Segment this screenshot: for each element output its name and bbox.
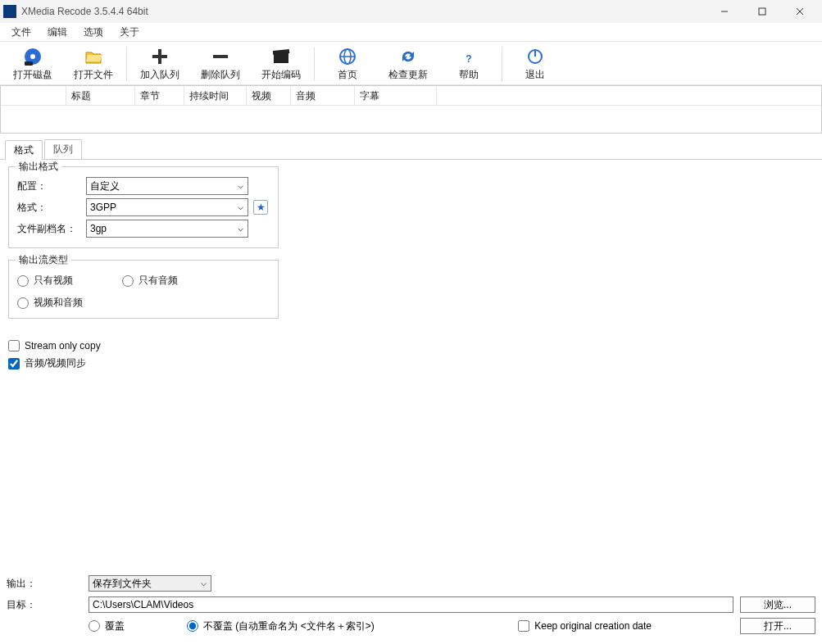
window-title: XMedia Recode 3.5.4.4 64bit <box>21 6 148 17</box>
radio-no-overwrite[interactable]: 不覆盖 (自动重命名为 <文件名＋索引>) <box>187 619 375 633</box>
check-av-sync[interactable]: 音频/视频同步 <box>8 356 814 370</box>
plus-icon <box>150 47 170 66</box>
disc-icon <box>23 47 43 66</box>
media-table: 标题 章节 持续时间 视频 音频 字幕 <box>0 85 822 134</box>
table-header: 标题 章节 持续时间 视频 音频 字幕 <box>1 86 821 106</box>
toolbar-help[interactable]: ? 帮助 <box>439 43 498 84</box>
clapper-icon <box>271 47 291 66</box>
globe-icon <box>338 47 357 66</box>
svg-rect-6 <box>25 61 33 66</box>
col-duration[interactable]: 持续时间 <box>184 86 247 106</box>
title-bar: XMedia Recode 3.5.4.4 64bit <box>0 0 822 23</box>
target-path-input[interactable] <box>89 596 733 613</box>
toolbar-start-encode-label: 开始编码 <box>261 68 301 82</box>
group-output-format-label: 输出格式 <box>16 160 61 174</box>
toolbar-help-label: 帮助 <box>459 68 479 82</box>
menu-options[interactable]: 选项 <box>77 24 110 41</box>
toolbar-exit-label: 退出 <box>525 68 545 82</box>
menu-edit[interactable]: 编辑 <box>41 24 74 41</box>
radio-video-and-audio[interactable]: 视频和音频 <box>17 296 270 310</box>
col-video[interactable]: 视频 <box>247 86 291 106</box>
power-icon <box>525 47 545 66</box>
toolbar-add-queue[interactable]: 加入队列 <box>130 43 189 84</box>
refresh-icon <box>398 47 418 66</box>
col-subtitle[interactable]: 字幕 <box>355 86 437 106</box>
bottom-panel: 输出： 保存到文件夹 目标： 浏览... 覆盖 不覆盖 (自动重命名为 <文件名… <box>0 569 822 644</box>
group-stream-type: 输出流类型 只有视频 只有音频 视频和音频 <box>8 260 279 319</box>
check-stream-only-copy[interactable]: Stream only copy <box>8 340 814 351</box>
radio-audio-only[interactable]: 只有音频 <box>122 274 178 288</box>
check-keep-date[interactable]: Keep original creation date <box>518 620 652 632</box>
svg-rect-10 <box>274 53 288 63</box>
toolbar-home[interactable]: 首页 <box>318 43 377 84</box>
profile-select[interactable]: 自定义 <box>86 177 248 195</box>
close-button[interactable] <box>781 0 819 23</box>
menu-bar: 文件 编辑 选项 关于 <box>0 23 822 41</box>
app-icon <box>3 5 16 18</box>
help-icon: ? <box>459 47 479 66</box>
toolbar-remove-queue[interactable]: 删除队列 <box>191 43 250 84</box>
col-title[interactable]: 标题 <box>66 86 135 106</box>
ext-select[interactable]: 3gp <box>86 220 248 238</box>
radio-video-only[interactable]: 只有视频 <box>17 274 73 288</box>
menu-about[interactable]: 关于 <box>113 24 146 41</box>
svg-rect-9 <box>213 55 228 58</box>
favorite-icon[interactable]: ★ <box>253 200 268 215</box>
toolbar-open-disc-label: 打开磁盘 <box>13 68 52 82</box>
toolbar-start-encode[interactable]: 开始编码 <box>252 43 311 84</box>
svg-point-5 <box>30 54 35 59</box>
menu-file[interactable]: 文件 <box>5 24 38 41</box>
format-label: 格式： <box>17 201 86 215</box>
col-blank[interactable] <box>1 86 66 106</box>
toolbar-open-file-label: 打开文件 <box>74 68 113 82</box>
svg-rect-8 <box>152 55 167 58</box>
col-chapter[interactable]: 章节 <box>135 86 184 106</box>
toolbar: 打开磁盘 打开文件 加入队列 删除队列 开始编码 首页 检查更新 ? 帮助 退出 <box>0 41 822 85</box>
group-output-format: 输出格式 配置： 自定义 格式： 3GPP ★ 文件副档名： 3gp <box>8 166 279 248</box>
open-button[interactable]: 打开... <box>740 618 815 634</box>
toolbar-home-label: 首页 <box>338 68 357 82</box>
tab-strip: 格式 队列 <box>0 140 822 160</box>
tab-format[interactable]: 格式 <box>5 140 43 160</box>
toolbar-sep-1 <box>126 47 127 81</box>
tab-page-format: 输出格式 配置： 自定义 格式： 3GPP ★ 文件副档名： 3gp 输出流类型… <box>0 160 822 379</box>
group-stream-type-label: 输出流类型 <box>16 253 71 267</box>
toolbar-open-file[interactable]: 打开文件 <box>64 43 123 84</box>
toolbar-remove-queue-label: 删除队列 <box>201 68 240 82</box>
tab-queue[interactable]: 队列 <box>44 139 82 159</box>
output-select[interactable]: 保存到文件夹 <box>89 575 211 592</box>
target-label: 目标： <box>7 598 82 612</box>
toolbar-exit[interactable]: 退出 <box>506 43 565 84</box>
toolbar-open-disc[interactable]: 打开磁盘 <box>3 43 62 84</box>
minus-icon <box>211 47 230 66</box>
toolbar-check-update[interactable]: 检查更新 <box>379 43 438 84</box>
toolbar-add-queue-label: 加入队列 <box>140 68 179 82</box>
format-select[interactable]: 3GPP <box>86 198 248 216</box>
folder-open-icon <box>84 47 103 66</box>
svg-text:?: ? <box>465 53 471 65</box>
col-audio[interactable]: 音频 <box>291 86 355 106</box>
svg-rect-1 <box>759 8 765 15</box>
toolbar-check-update-label: 检查更新 <box>388 68 428 82</box>
output-label: 输出： <box>7 577 82 591</box>
table-body[interactable] <box>1 106 821 134</box>
toolbar-sep-2 <box>314 47 315 81</box>
browse-button[interactable]: 浏览... <box>740 596 815 613</box>
radio-overwrite[interactable]: 覆盖 <box>89 619 125 633</box>
col-rest <box>437 86 821 106</box>
toolbar-sep-3 <box>502 47 502 81</box>
minimize-button[interactable] <box>706 0 743 23</box>
ext-label: 文件副档名： <box>17 222 86 236</box>
maximize-button[interactable] <box>743 0 781 23</box>
profile-label: 配置： <box>17 179 86 193</box>
